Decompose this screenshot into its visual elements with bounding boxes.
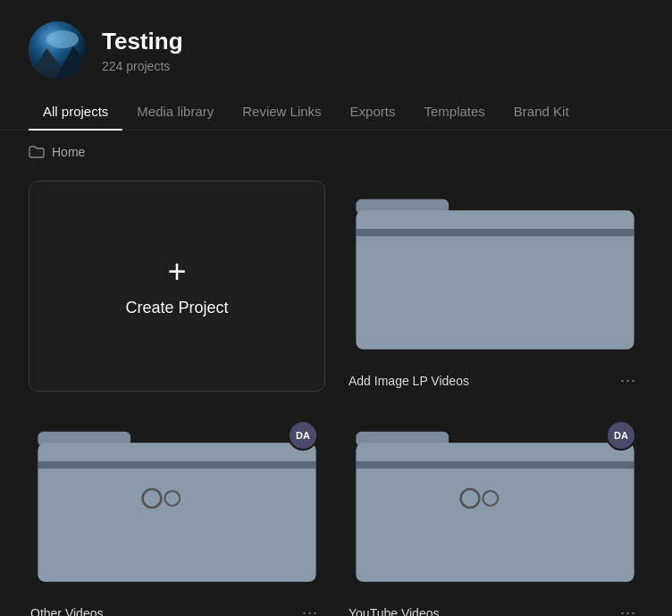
nav-exports[interactable]: Exports: [336, 93, 410, 130]
workspace-title: Testing: [102, 28, 183, 55]
folder-add-image-lp[interactable]: Add Image LP Videos ···: [347, 181, 643, 392]
svg-rect-14: [356, 461, 634, 468]
folder-svg: [29, 413, 325, 589]
folder-visual: [347, 181, 643, 360]
nav-brand-kit[interactable]: Brand Kit: [500, 93, 584, 130]
nav-media-library[interactable]: Media library: [122, 93, 228, 130]
breadcrumb-home[interactable]: Home: [52, 145, 85, 159]
folder-menu-button[interactable]: ···: [615, 369, 642, 392]
projects-grid: + Create Project Add Image LP Videos ···: [0, 173, 672, 616]
folder-info: Other Videos ···: [29, 602, 325, 616]
folder-visual: DA: [347, 413, 643, 593]
nav-all-projects[interactable]: All projects: [29, 93, 122, 130]
main-nav: All projects Media library Review Links …: [0, 93, 672, 131]
folder-menu-button[interactable]: ···: [297, 602, 323, 616]
nav-review-links[interactable]: Review Links: [228, 93, 335, 130]
user-badge: DA: [288, 420, 318, 451]
folder-info: Add Image LP Videos ···: [347, 369, 643, 392]
folder-svg: [347, 181, 643, 357]
header: Testing 224 projects: [0, 0, 672, 93]
folder-menu-button[interactable]: ···: [615, 602, 642, 616]
folder-info: YouTube Videos ···: [347, 602, 643, 616]
folder-svg: [347, 413, 643, 589]
header-info: Testing 224 projects: [102, 28, 183, 73]
plus-icon: +: [167, 256, 186, 288]
folder-other-videos[interactable]: DA Other Videos ···: [29, 413, 325, 616]
svg-rect-9: [38, 461, 315, 468]
create-project-label: Create Project: [125, 299, 228, 317]
avatar: [29, 21, 86, 79]
folder-youtube-videos[interactable]: DA YouTube Videos ···: [347, 413, 643, 616]
user-badge: DA: [606, 420, 636, 451]
folder-name: Other Videos: [30, 606, 103, 616]
folder-name: Add Image LP Videos: [349, 374, 469, 388]
svg-rect-6: [356, 229, 634, 236]
folder-visual: DA: [29, 413, 325, 593]
folder-name: YouTube Videos: [349, 606, 439, 616]
project-count: 224 projects: [102, 59, 183, 73]
create-project-card[interactable]: + Create Project: [29, 181, 325, 392]
svg-point-1: [46, 30, 79, 48]
folder-icon: [29, 146, 45, 158]
breadcrumb[interactable]: Home: [0, 131, 672, 173]
nav-templates[interactable]: Templates: [409, 93, 499, 130]
